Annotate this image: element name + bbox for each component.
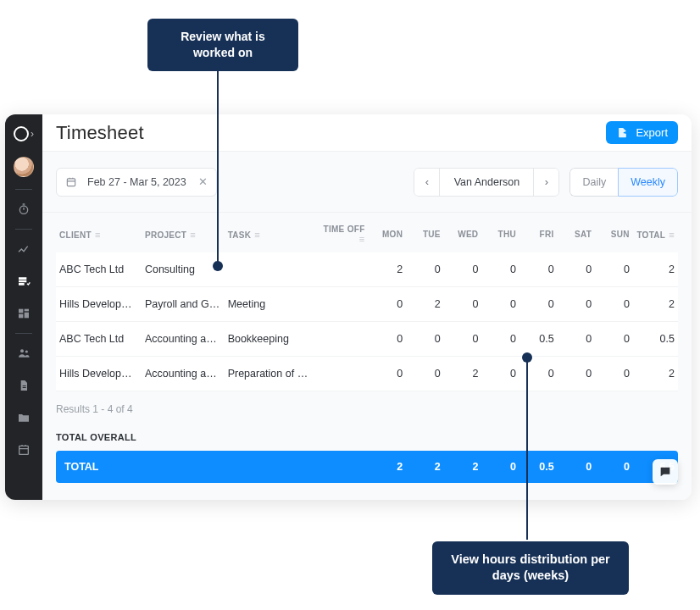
divider bbox=[15, 333, 32, 334]
page-title: Timesheet bbox=[56, 122, 144, 144]
total-mon: 2 bbox=[369, 451, 407, 483]
total-overall-label: TOTAL OVERALL bbox=[56, 432, 678, 451]
col-client[interactable]: CLIENT bbox=[56, 213, 142, 252]
svg-rect-3 bbox=[19, 314, 23, 319]
svg-rect-2 bbox=[25, 309, 29, 312]
person-name[interactable]: Van Anderson bbox=[440, 169, 533, 196]
mode-weekly-button[interactable]: Weekly bbox=[618, 168, 678, 197]
table-cell: 0 bbox=[558, 322, 596, 357]
table-cell: 0 bbox=[444, 322, 482, 357]
table-cell: 0 bbox=[406, 357, 444, 391]
person-selector: ‹ Van Anderson › bbox=[414, 168, 559, 197]
mode-daily-button[interactable]: Daily bbox=[569, 168, 618, 197]
date-range-picker[interactable]: Feb 27 - Mar 5, 2023 ✕ bbox=[56, 168, 217, 197]
total-thu: 0 bbox=[481, 451, 519, 483]
clear-date-button[interactable]: ✕ bbox=[197, 175, 209, 188]
app-logo[interactable]: › bbox=[14, 123, 34, 150]
divider bbox=[15, 189, 32, 190]
export-button[interactable]: Export bbox=[606, 121, 678, 144]
sidebar-item-document[interactable] bbox=[5, 373, 42, 398]
total-sat: 0 bbox=[558, 451, 596, 483]
table-cell: 0 bbox=[481, 322, 519, 357]
chevron-right-icon: › bbox=[31, 128, 34, 140]
total-sun: 0 bbox=[595, 451, 633, 483]
table-row[interactable]: ABC Tech LtdAccounting and ...Bookkeepin… bbox=[56, 322, 678, 357]
table-cell: 2 bbox=[633, 287, 678, 322]
svg-point-5 bbox=[20, 349, 24, 352]
next-person-button[interactable]: › bbox=[533, 169, 558, 196]
sidebar-item-team[interactable] bbox=[5, 341, 42, 366]
sidebar-item-timesheet[interactable] bbox=[5, 269, 42, 294]
table-cell: Bookkeeping bbox=[225, 322, 314, 357]
col-wed: WED bbox=[444, 213, 482, 252]
sort-icon[interactable] bbox=[95, 230, 101, 240]
table-cell: Accounting and ... bbox=[142, 357, 225, 391]
total-label: TOTAL bbox=[56, 451, 142, 483]
main-content: Timesheet Export Feb 27 - Mar 5, 2023 ✕ … bbox=[42, 114, 692, 500]
annotation-dot bbox=[213, 261, 223, 271]
table-cell: 0 bbox=[369, 287, 407, 322]
svg-rect-8 bbox=[67, 178, 75, 186]
col-project[interactable]: PROJECT bbox=[142, 213, 225, 252]
export-label: Export bbox=[636, 126, 668, 139]
sidebar-item-calendar[interactable] bbox=[5, 437, 42, 463]
total-row: TOTAL 2 2 2 0 0.5 0 0 6.5 bbox=[56, 451, 678, 483]
col-timeoff[interactable]: TIME OFF bbox=[314, 213, 369, 252]
table-cell bbox=[225, 252, 314, 287]
table-cell: 0 bbox=[369, 322, 407, 357]
table-cell: 0 bbox=[595, 287, 633, 322]
table-cell bbox=[314, 322, 369, 357]
table-row[interactable]: Hills DevelopmentPayroll and Glob...Meet… bbox=[56, 287, 678, 322]
calendar-grid-icon bbox=[17, 443, 31, 457]
sidebar: › bbox=[5, 114, 42, 500]
table-row[interactable]: ABC Tech LtdConsulting20000002 bbox=[56, 252, 678, 287]
table-cell: 0 bbox=[444, 287, 482, 322]
sidebar-item-analytics[interactable] bbox=[5, 236, 42, 262]
table-cell bbox=[314, 357, 369, 391]
sort-icon[interactable] bbox=[254, 230, 260, 240]
table-header-row: CLIENT PROJECT TASK TIME OFF MON TUE WED… bbox=[56, 213, 678, 252]
table-cell: 2 bbox=[444, 357, 482, 391]
stopwatch-icon bbox=[17, 202, 31, 216]
sort-icon[interactable] bbox=[669, 230, 675, 240]
avatar[interactable] bbox=[14, 157, 34, 177]
prev-person-button[interactable]: ‹ bbox=[414, 169, 440, 196]
col-task[interactable]: TASK bbox=[225, 213, 314, 252]
total-wed: 2 bbox=[444, 451, 482, 483]
col-total[interactable]: TOTAL bbox=[633, 213, 678, 252]
table-row[interactable]: Hills DevelopmentAccounting and ...Prepa… bbox=[56, 357, 678, 391]
annotation-dot bbox=[522, 352, 532, 363]
chat-icon bbox=[658, 465, 672, 479]
table-cell: 0 bbox=[558, 287, 596, 322]
table-cell: 0 bbox=[558, 252, 596, 287]
logo-icon bbox=[14, 126, 29, 141]
list-check-icon bbox=[17, 274, 31, 288]
board-icon bbox=[17, 307, 31, 320]
svg-rect-1 bbox=[19, 309, 23, 313]
annotation-line bbox=[217, 66, 219, 264]
table-cell: Consulting bbox=[142, 252, 225, 287]
table-cell: 0 bbox=[519, 287, 558, 322]
col-sat: SAT bbox=[558, 213, 596, 252]
sidebar-item-time[interactable] bbox=[5, 197, 42, 222]
export-icon bbox=[616, 126, 629, 139]
document-icon bbox=[17, 379, 31, 392]
sidebar-item-board[interactable] bbox=[5, 301, 42, 326]
sidebar-item-folder[interactable] bbox=[5, 405, 42, 430]
table-cell: 2 bbox=[633, 252, 678, 287]
table-cell: Meeting bbox=[225, 287, 314, 322]
table-cell: 0 bbox=[558, 357, 596, 391]
svg-rect-4 bbox=[25, 313, 29, 319]
sort-icon[interactable] bbox=[190, 230, 196, 240]
table-cell: Preparation of a... bbox=[225, 357, 314, 391]
table-cell: Hills Development bbox=[56, 287, 142, 322]
table-cell: ABC Tech Ltd bbox=[56, 322, 142, 357]
divider bbox=[15, 229, 32, 230]
col-fri: FRI bbox=[519, 213, 558, 252]
chart-icon bbox=[17, 242, 31, 256]
timesheet-table: CLIENT PROJECT TASK TIME OFF MON TUE WED… bbox=[56, 213, 678, 391]
chat-button[interactable] bbox=[653, 459, 678, 485]
col-thu: THU bbox=[481, 213, 519, 252]
sort-icon[interactable] bbox=[359, 234, 365, 244]
table-cell: 0 bbox=[595, 252, 633, 287]
